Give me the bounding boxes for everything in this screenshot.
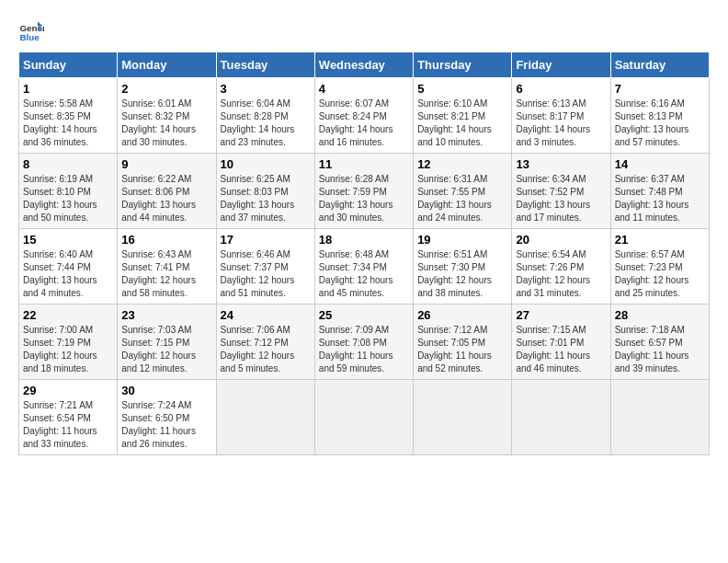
calendar-cell: 18 Sunrise: 6:48 AMSunset: 7:34 PMDaylig… — [314, 229, 413, 304]
day-info: Sunrise: 6:13 AMSunset: 8:17 PMDaylight:… — [516, 98, 590, 147]
day-number: 28 — [615, 308, 705, 322]
day-info: Sunrise: 6:10 AMSunset: 8:21 PMDaylight:… — [417, 98, 492, 147]
calendar-cell: 16 Sunrise: 6:43 AMSunset: 7:41 PMDaylig… — [118, 229, 216, 304]
day-number: 7 — [615, 82, 705, 96]
calendar-cell: 1 Sunrise: 5:58 AMSunset: 8:35 PMDayligh… — [19, 78, 118, 154]
week-row-2: 8 Sunrise: 6:19 AMSunset: 8:10 PMDayligh… — [19, 154, 710, 229]
header-monday: Monday — [118, 52, 216, 78]
day-number: 20 — [516, 233, 606, 247]
calendar-cell: 23 Sunrise: 7:03 AMSunset: 7:15 PMDaylig… — [118, 304, 216, 380]
header-tuesday: Tuesday — [216, 52, 314, 78]
week-row-1: 1 Sunrise: 5:58 AMSunset: 8:35 PMDayligh… — [19, 78, 710, 154]
calendar-cell — [414, 380, 512, 455]
day-info: Sunrise: 7:03 AMSunset: 7:15 PMDaylight:… — [121, 325, 196, 373]
day-info: Sunrise: 7:21 AMSunset: 6:54 PMDaylight:… — [23, 400, 97, 449]
day-info: Sunrise: 7:06 AMSunset: 7:12 PMDaylight:… — [221, 325, 295, 373]
calendar-cell: 29 Sunrise: 7:21 AMSunset: 6:54 PMDaylig… — [19, 380, 118, 455]
header-saturday: Saturday — [610, 52, 709, 78]
calendar-cell: 28 Sunrise: 7:18 AMSunset: 6:57 PMDaylig… — [610, 304, 709, 380]
day-number: 26 — [417, 308, 507, 322]
day-number: 27 — [516, 308, 606, 322]
logo-icon: General Blue — [18, 18, 44, 44]
calendar-cell: 15 Sunrise: 6:40 AMSunset: 7:44 PMDaylig… — [19, 229, 118, 304]
day-number: 1 — [23, 82, 113, 96]
calendar-cell: 2 Sunrise: 6:01 AMSunset: 8:32 PMDayligh… — [118, 78, 216, 154]
calendar-cell: 25 Sunrise: 7:09 AMSunset: 7:08 PMDaylig… — [314, 304, 413, 380]
day-number: 24 — [221, 308, 311, 322]
calendar-cell: 8 Sunrise: 6:19 AMSunset: 8:10 PMDayligh… — [19, 154, 118, 229]
day-info: Sunrise: 6:54 AMSunset: 7:26 PMDaylight:… — [516, 249, 590, 298]
day-number: 5 — [417, 82, 507, 96]
calendar-cell — [610, 380, 709, 455]
calendar-cell: 3 Sunrise: 6:04 AMSunset: 8:28 PMDayligh… — [216, 78, 314, 154]
day-info: Sunrise: 7:12 AMSunset: 7:05 PMDaylight:… — [417, 325, 492, 373]
day-info: Sunrise: 6:04 AMSunset: 8:28 PMDaylight:… — [221, 98, 295, 147]
day-info: Sunrise: 6:16 AMSunset: 8:13 PMDaylight:… — [615, 98, 689, 147]
day-info: Sunrise: 6:57 AMSunset: 7:23 PMDaylight:… — [615, 249, 689, 298]
day-number: 8 — [23, 157, 113, 171]
day-info: Sunrise: 7:18 AMSunset: 6:57 PMDaylight:… — [615, 325, 689, 373]
day-info: Sunrise: 6:28 AMSunset: 7:59 PMDaylight:… — [319, 174, 393, 223]
page-header: General Blue — [18, 18, 710, 44]
calendar-cell: 26 Sunrise: 7:12 AMSunset: 7:05 PMDaylig… — [414, 304, 512, 380]
day-info: Sunrise: 6:37 AMSunset: 7:48 PMDaylight:… — [615, 174, 689, 223]
calendar-cell: 24 Sunrise: 7:06 AMSunset: 7:12 PMDaylig… — [216, 304, 314, 380]
day-number: 29 — [23, 384, 113, 397]
day-info: Sunrise: 7:00 AMSunset: 7:19 PMDaylight:… — [23, 325, 97, 373]
day-number: 4 — [319, 82, 409, 96]
calendar-cell — [216, 380, 314, 455]
calendar-cell: 5 Sunrise: 6:10 AMSunset: 8:21 PMDayligh… — [414, 78, 512, 154]
header-sunday: Sunday — [19, 52, 118, 78]
day-info: Sunrise: 6:25 AMSunset: 8:03 PMDaylight:… — [221, 174, 295, 223]
calendar-cell: 13 Sunrise: 6:34 AMSunset: 7:52 PMDaylig… — [512, 154, 610, 229]
calendar-cell: 22 Sunrise: 7:00 AMSunset: 7:19 PMDaylig… — [19, 304, 118, 380]
calendar-table: SundayMondayTuesdayWednesdayThursdayFrid… — [18, 52, 710, 455]
day-info: Sunrise: 6:22 AMSunset: 8:06 PMDaylight:… — [121, 174, 196, 223]
day-number: 2 — [121, 82, 211, 96]
calendar-cell: 6 Sunrise: 6:13 AMSunset: 8:17 PMDayligh… — [512, 78, 610, 154]
calendar-cell: 14 Sunrise: 6:37 AMSunset: 7:48 PMDaylig… — [610, 154, 709, 229]
day-number: 21 — [615, 233, 705, 247]
day-number: 6 — [516, 82, 606, 96]
calendar-cell — [314, 380, 413, 455]
day-number: 18 — [319, 233, 409, 247]
day-info: Sunrise: 6:48 AMSunset: 7:34 PMDaylight:… — [319, 249, 393, 298]
week-row-3: 15 Sunrise: 6:40 AMSunset: 7:44 PMDaylig… — [19, 229, 710, 304]
day-info: Sunrise: 6:31 AMSunset: 7:55 PMDaylight:… — [417, 174, 492, 223]
day-info: Sunrise: 5:58 AMSunset: 8:35 PMDaylight:… — [23, 98, 97, 147]
day-number: 12 — [417, 157, 507, 171]
day-info: Sunrise: 7:24 AMSunset: 6:50 PMDaylight:… — [121, 400, 196, 449]
calendar-cell: 27 Sunrise: 7:15 AMSunset: 7:01 PMDaylig… — [512, 304, 610, 380]
calendar-cell: 21 Sunrise: 6:57 AMSunset: 7:23 PMDaylig… — [610, 229, 709, 304]
header-wednesday: Wednesday — [314, 52, 413, 78]
calendar-cell: 17 Sunrise: 6:46 AMSunset: 7:37 PMDaylig… — [216, 229, 314, 304]
day-number: 14 — [615, 157, 705, 171]
day-number: 19 — [417, 233, 507, 247]
calendar-cell: 4 Sunrise: 6:07 AMSunset: 8:24 PMDayligh… — [314, 78, 413, 154]
day-number: 3 — [221, 82, 311, 96]
day-info: Sunrise: 6:07 AMSunset: 8:24 PMDaylight:… — [319, 98, 393, 147]
day-number: 15 — [23, 233, 113, 247]
calendar-cell: 30 Sunrise: 7:24 AMSunset: 6:50 PMDaylig… — [118, 380, 216, 455]
day-number: 10 — [221, 157, 311, 171]
day-number: 9 — [121, 157, 211, 171]
calendar-cell: 12 Sunrise: 6:31 AMSunset: 7:55 PMDaylig… — [414, 154, 512, 229]
header-thursday: Thursday — [414, 52, 512, 78]
calendar-cell: 9 Sunrise: 6:22 AMSunset: 8:06 PMDayligh… — [118, 154, 216, 229]
week-row-4: 22 Sunrise: 7:00 AMSunset: 7:19 PMDaylig… — [19, 304, 710, 380]
day-number: 22 — [23, 308, 113, 322]
header-row: SundayMondayTuesdayWednesdayThursdayFrid… — [19, 52, 710, 78]
day-info: Sunrise: 6:43 AMSunset: 7:41 PMDaylight:… — [121, 249, 196, 298]
day-info: Sunrise: 6:46 AMSunset: 7:37 PMDaylight:… — [221, 249, 295, 298]
day-info: Sunrise: 6:40 AMSunset: 7:44 PMDaylight:… — [23, 249, 97, 298]
calendar-cell — [512, 380, 610, 455]
logo: General Blue — [18, 18, 48, 44]
day-number: 30 — [121, 384, 211, 397]
day-number: 23 — [121, 308, 211, 322]
header-friday: Friday — [512, 52, 610, 78]
day-number: 16 — [121, 233, 211, 247]
calendar-cell: 7 Sunrise: 6:16 AMSunset: 8:13 PMDayligh… — [610, 78, 709, 154]
day-info: Sunrise: 6:34 AMSunset: 7:52 PMDaylight:… — [516, 174, 590, 223]
calendar-cell: 20 Sunrise: 6:54 AMSunset: 7:26 PMDaylig… — [512, 229, 610, 304]
calendar-cell: 11 Sunrise: 6:28 AMSunset: 7:59 PMDaylig… — [314, 154, 413, 229]
